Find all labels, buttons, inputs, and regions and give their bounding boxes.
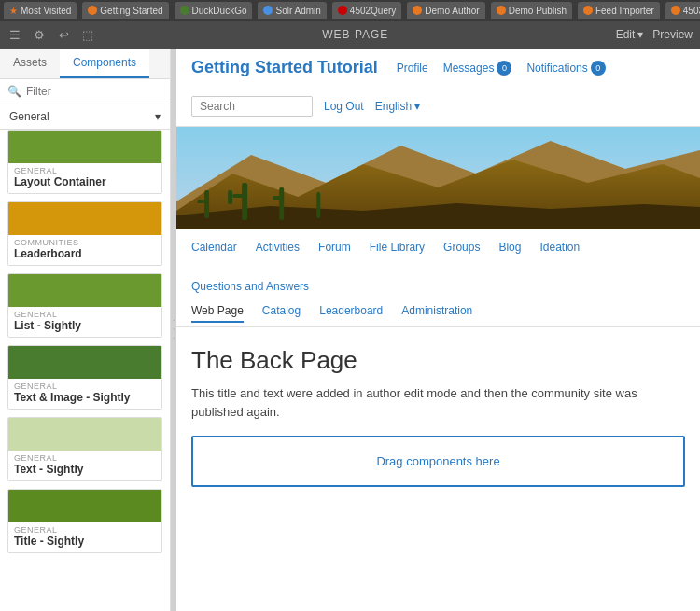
drop-zone[interactable]: Drag components here xyxy=(191,436,685,487)
svg-rect-10 xyxy=(273,196,284,200)
nav-activities[interactable]: Activities xyxy=(256,237,300,257)
component-list: GENERAL Layout Container COMMUNITIES Lea… xyxy=(0,130,170,611)
nav-link-profile[interactable]: Profile xyxy=(397,62,428,75)
nav-notifications[interactable]: Notifications 0 xyxy=(526,61,605,76)
chevron-down-icon: ▾ xyxy=(155,110,161,123)
edit-button[interactable]: Edit ▾ xyxy=(616,28,644,41)
tab-label: Demo Publish xyxy=(509,6,567,16)
component-swatch xyxy=(8,418,161,451)
svg-rect-9 xyxy=(279,187,284,220)
main-layout: Assets Components 🔍 ✕ General ▾ GENERAL … xyxy=(0,49,700,611)
nav-blog[interactable]: Blog xyxy=(498,237,521,257)
component-category: GENERAL xyxy=(14,310,156,319)
redo-icon[interactable]: ⬚ xyxy=(80,27,95,42)
nav-groups[interactable]: Groups xyxy=(443,237,480,257)
svg-rect-8 xyxy=(228,190,232,204)
tab-4502query[interactable]: 4502Query xyxy=(332,2,401,19)
component-swatch xyxy=(8,202,161,235)
nav-link-messages: Messages xyxy=(443,62,495,75)
settings-icon[interactable]: ⚙ xyxy=(32,27,47,42)
list-item[interactable]: GENERAL Title - Sightly xyxy=(7,489,162,553)
notifications-badge: 0 xyxy=(591,61,606,76)
sidebar-toggle-icon[interactable]: ☰ xyxy=(7,27,22,42)
nav-file-library[interactable]: File Library xyxy=(370,237,425,257)
nav-catalog[interactable]: Catalog xyxy=(262,300,301,323)
component-swatch xyxy=(8,131,161,163)
search-icon: 🔍 xyxy=(7,85,21,98)
svg-rect-11 xyxy=(316,192,320,218)
component-category: COMMUNITIES xyxy=(14,238,156,247)
chevron-down-icon: ▾ xyxy=(637,28,643,41)
tab-duckduckgo[interactable]: DuckDuckGo xyxy=(175,2,253,19)
filter-input[interactable] xyxy=(26,85,166,98)
tab-getting-started[interactable]: Getting Started xyxy=(82,2,168,19)
site-nav-links: Profile Messages 0 Notifications 0 xyxy=(397,61,685,76)
nav-messages[interactable]: Messages 0 xyxy=(443,61,512,76)
tab-label: Demo Author xyxy=(425,6,479,16)
nav-row-2: Web Page Catalog Leaderboard Administrat… xyxy=(191,297,685,326)
tab-feed-importer[interactable]: Feed Importer xyxy=(578,2,660,19)
component-name: Text & Image - Sightly xyxy=(14,391,156,404)
nav-questions-answers[interactable]: Questions and Answers xyxy=(191,276,309,297)
left-panel: Assets Components 🔍 ✕ General ▾ GENERAL … xyxy=(0,49,171,611)
component-swatch xyxy=(8,490,161,522)
tab-label: 4502Query xyxy=(350,6,396,16)
page-content: The Back Page This title and text were a… xyxy=(176,327,700,506)
undo-icon[interactable]: ↩ xyxy=(56,27,71,42)
nav-link-notifications: Notifications xyxy=(526,62,587,75)
component-swatch xyxy=(8,274,161,307)
component-category: GENERAL xyxy=(14,166,156,175)
site-header-right: Log Out English ▾ xyxy=(191,96,420,117)
language-selector[interactable]: English ▾ xyxy=(375,100,421,113)
cms-toolbar: ☰ ⚙ ↩ ⬚ WEB PAGE Edit ▾ Preview xyxy=(0,21,700,49)
messages-badge: 0 xyxy=(497,61,511,76)
tab-components[interactable]: Components xyxy=(60,49,149,78)
site-title: Getting Started Tutorial xyxy=(191,58,378,77)
tab-4503-useradmin[interactable]: 4503 useradmin xyxy=(665,2,700,19)
tab-label: Getting Started xyxy=(100,6,162,16)
nav-forum[interactable]: Forum xyxy=(318,237,351,257)
component-name: Text - Sightly xyxy=(14,463,156,476)
tab-label: 4503 useradmin xyxy=(683,6,700,16)
component-name: Layout Container xyxy=(14,175,156,188)
component-name: List - Sightly xyxy=(14,319,156,332)
component-category: GENERAL xyxy=(14,382,156,391)
tab-label: DuckDuckGo xyxy=(192,6,247,16)
tab-demo-author[interactable]: Demo Author xyxy=(407,2,484,19)
component-name: Leaderboard xyxy=(14,247,156,260)
nav-leaderboard[interactable]: Leaderboard xyxy=(319,300,383,323)
svg-rect-4 xyxy=(204,190,209,218)
component-category: GENERAL xyxy=(14,453,156,463)
logout-button[interactable]: Log Out xyxy=(324,100,364,113)
component-name: Title - Sightly xyxy=(14,535,156,548)
list-item[interactable]: GENERAL Text & Image - Sightly xyxy=(7,345,162,410)
svg-rect-5 xyxy=(197,200,208,203)
chevron-down-icon: ▾ xyxy=(414,100,420,113)
panel-tabs: Assets Components xyxy=(0,49,170,79)
tab-label: Feed Importer xyxy=(595,6,654,16)
site-header: Getting Started Tutorial Profile Message… xyxy=(176,49,700,127)
content-area: Getting Started Tutorial Profile Message… xyxy=(176,49,700,611)
tab-solr-admin[interactable]: Solr Admin xyxy=(258,2,326,19)
page-frame: Getting Started Tutorial Profile Message… xyxy=(176,49,700,611)
list-item[interactable]: GENERAL Layout Container xyxy=(7,130,162,194)
page-heading: The Back Page xyxy=(191,346,685,375)
component-category: GENERAL xyxy=(14,525,156,535)
nav-calendar[interactable]: Calendar xyxy=(191,237,237,257)
hero-image xyxy=(176,127,700,229)
tab-most-visited[interactable]: ★ Most Visited xyxy=(4,2,77,19)
preview-button[interactable]: Preview xyxy=(652,28,693,41)
nav-ideation[interactable]: Ideation xyxy=(539,237,580,257)
tab-assets[interactable]: Assets xyxy=(0,49,60,78)
nav-administration[interactable]: Administration xyxy=(401,300,472,323)
site-search-input[interactable] xyxy=(191,96,313,117)
list-item[interactable]: GENERAL Text - Sightly xyxy=(7,417,162,481)
list-item[interactable]: COMMUNITIES Leaderboard xyxy=(7,201,162,266)
category-dropdown[interactable]: General ▾ xyxy=(0,104,170,130)
tab-demo-publish[interactable]: Demo Publish xyxy=(491,2,572,19)
page-description: This title and text were added in author… xyxy=(191,384,685,421)
tab-label: Most Visited xyxy=(21,6,71,16)
browser-tabs-bar: ★ Most Visited Getting Started DuckDuckG… xyxy=(0,0,700,21)
list-item[interactable]: GENERAL List - Sightly xyxy=(7,273,162,338)
nav-web-page[interactable]: Web Page xyxy=(191,300,244,323)
